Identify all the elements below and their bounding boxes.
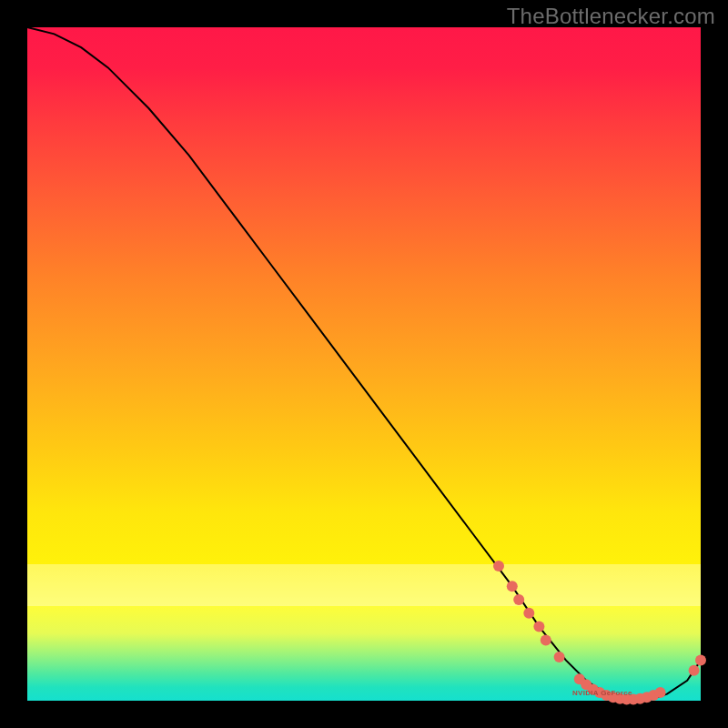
data-point: [554, 652, 565, 662]
bottleneck-curve: [27, 27, 701, 701]
gpu-annotation: NVIDIA GeForce: [572, 689, 632, 697]
data-point: [513, 594, 524, 605]
plot-area: NVIDIA GeForce: [27, 27, 701, 701]
data-point: [507, 581, 518, 592]
data-point: [695, 655, 706, 666]
data-point: [493, 561, 504, 571]
marker-group: [493, 561, 706, 705]
data-point: [541, 634, 551, 645]
watermark-text: TheBottlenecker.com: [507, 4, 715, 29]
curve-layer: [27, 27, 701, 701]
data-point: [655, 687, 666, 698]
chart-frame: TheBottlenecker.com NVIDIA GeForce: [0, 0, 728, 728]
data-point: [523, 608, 534, 619]
data-point: [533, 622, 544, 632]
data-point: [689, 665, 700, 676]
